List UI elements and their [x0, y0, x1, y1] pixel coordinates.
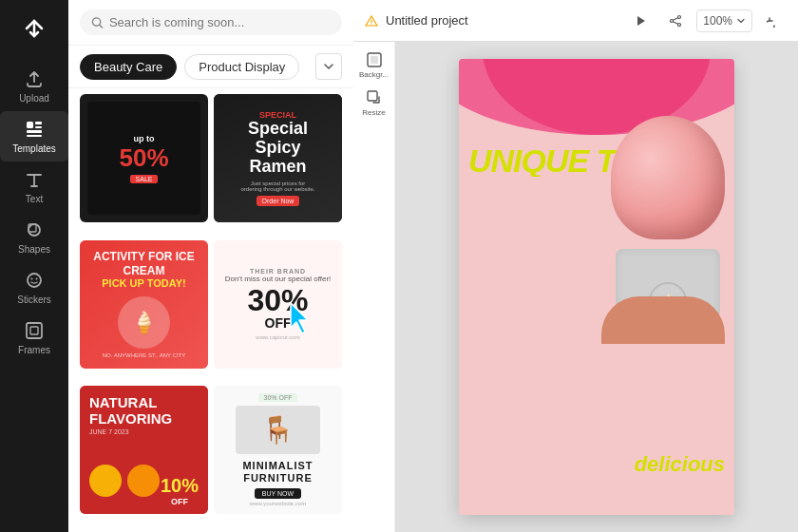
natural-discount: 10% OFF [161, 475, 199, 506]
promo-badge: SALE [130, 175, 159, 183]
template-card-spicy-ramen[interactable]: Special SpecialSpicyRamen Just special p… [214, 94, 342, 222]
sidebar-item-stickers[interactable]: Stickers [0, 262, 68, 313]
svg-rect-12 [27, 323, 42, 338]
zoom-control[interactable]: 100% [696, 10, 752, 32]
frames-icon [24, 320, 45, 341]
sidebar-item-frames[interactable]: Frames [0, 313, 68, 363]
canvas-topbar: Untitled project 100% [353, 0, 798, 42]
filter-beauty-care[interactable]: Beauty Care [80, 54, 177, 80]
sidebar-item-upload[interactable]: Upload [0, 61, 68, 111]
furniture-cta: BUY NOW [255, 488, 301, 499]
promo-value: 50% [119, 143, 168, 173]
play-btn[interactable] [628, 8, 655, 34]
30off-sub: www.capicut.com [256, 334, 299, 340]
30off-brand: THEIR BRAND [250, 268, 306, 275]
template-card-30off[interactable]: THEIR BRAND Don't miss out our special o… [214, 240, 342, 369]
svg-rect-21 [370, 56, 378, 64]
svg-rect-5 [27, 130, 42, 133]
text-icon [24, 169, 45, 190]
sidebar-item-templates[interactable]: Templates [0, 111, 68, 162]
natural-title: NATURALFLAVORING [89, 395, 199, 427]
sidebar-stickers-label: Stickers [17, 294, 51, 305]
30off-value: 30% [247, 285, 308, 315]
30off-intro: Don't miss out our special offer! [225, 275, 332, 283]
warning-icon [365, 14, 378, 28]
template-card-natural[interactable]: NATURALFLAVORING JUNE 7 2023 10% OFF [80, 386, 208, 514]
furniture-image: 🪑 [236, 406, 320, 454]
resize-label: Resize [362, 108, 385, 117]
sidebar-templates-label: Templates [12, 143, 56, 154]
filter-dropdown-btn[interactable] [315, 53, 342, 80]
ice-cream-title: ACTIVITY FOR ICE CREAM [87, 250, 200, 277]
canvas-main[interactable]: UNIQUE TA 🍦 delicious [395, 42, 798, 532]
resize-icon [366, 89, 383, 106]
svg-rect-2 [27, 122, 33, 128]
chevron-zoom-icon [736, 16, 746, 26]
zoom-level: 100% [703, 14, 732, 28]
30off-off: OFF [265, 315, 292, 331]
svg-point-17 [678, 15, 681, 18]
canvas-area: Untitled project 100% [353, 0, 798, 532]
search-icon [91, 16, 104, 29]
svg-point-18 [671, 19, 674, 22]
svg-point-15 [371, 24, 372, 25]
svg-point-9 [28, 274, 41, 287]
svg-rect-22 [368, 91, 377, 101]
shapes-icon [24, 219, 45, 240]
undo-icon [767, 14, 780, 28]
canvas-preview: UNIQUE TA 🍦 delicious [459, 59, 734, 515]
svg-point-19 [678, 23, 681, 26]
sidebar-item-text[interactable]: Text [0, 162, 68, 212]
svg-point-11 [36, 278, 38, 280]
search-wrap[interactable] [80, 10, 342, 35]
sidebar-frames-label: Frames [18, 345, 50, 355]
project-title: Untitled project [386, 13, 620, 28]
natural-date: JUNE 7 2023 [89, 428, 199, 435]
sidebar-upload-label: Upload [19, 93, 49, 104]
app-logo[interactable] [17, 11, 51, 46]
canvas-tool-background[interactable]: Backgr... [359, 49, 390, 80]
svg-point-7 [28, 224, 40, 236]
ice-cream-address: NO. ANYWHERE ST., ANY CITY [103, 352, 186, 358]
template-grid: up to 50% SALE Special SpecialSpicyRamen… [68, 88, 353, 532]
canvas-content: Backgr... Resize [353, 42, 798, 532]
svg-rect-13 [30, 327, 38, 334]
canvas-tool-resize[interactable]: Resize [359, 87, 390, 118]
filter-product-display[interactable]: Product Display [184, 54, 299, 80]
svg-rect-4 [35, 126, 42, 128]
ice-cream-scoop [611, 116, 725, 239]
svg-rect-6 [27, 135, 42, 137]
svg-point-10 [31, 278, 33, 280]
chevron-down-icon [323, 61, 334, 72]
sidebar: Upload Templates Text S [0, 0, 68, 532]
sidebar-text-label: Text [26, 194, 43, 204]
ice-cream-subtitle: PICK UP TODAY! [102, 277, 185, 289]
promo-text: up to [134, 134, 155, 143]
filter-bar: Beauty Care Product Display [68, 46, 353, 88]
undo-btn[interactable] [760, 8, 787, 34]
share-icon [669, 14, 682, 28]
background-icon [366, 51, 383, 68]
search-input[interactable] [109, 15, 331, 29]
template-panel: Beauty Care Product Display up to 50% SA… [68, 0, 353, 532]
ice-cream-circle: 🍦 [118, 296, 170, 349]
preview-subtitle: delicious [635, 452, 725, 477]
svg-rect-3 [35, 122, 42, 124]
svg-marker-16 [637, 16, 645, 26]
stickers-icon [24, 270, 45, 291]
furniture-title: MINIMALISTFURNITURE [242, 460, 313, 484]
furniture-discount: 30% OFF [258, 393, 298, 402]
sidebar-item-shapes[interactable]: Shapes [0, 212, 68, 262]
share-btn[interactable] [662, 8, 689, 34]
spicy-desc: Just special prices forordering through … [240, 180, 314, 192]
hand [601, 296, 725, 344]
template-card-ice-cream[interactable]: ACTIVITY FOR ICE CREAM PICK UP TODAY! 🍦 … [80, 240, 208, 369]
template-card-furniture[interactable]: 30% OFF 🪑 MINIMALISTFURNITURE BUY NOW ww… [214, 386, 342, 514]
furniture-url: www.yourwebsite.com [250, 501, 306, 506]
template-card-dark-promo[interactable]: up to 50% SALE [80, 94, 208, 222]
templates-icon [24, 119, 45, 140]
search-area [68, 0, 353, 46]
upload-icon [24, 68, 45, 89]
background-label: Backgr... [359, 70, 389, 79]
canvas-sidebar: Backgr... Resize [353, 42, 395, 532]
